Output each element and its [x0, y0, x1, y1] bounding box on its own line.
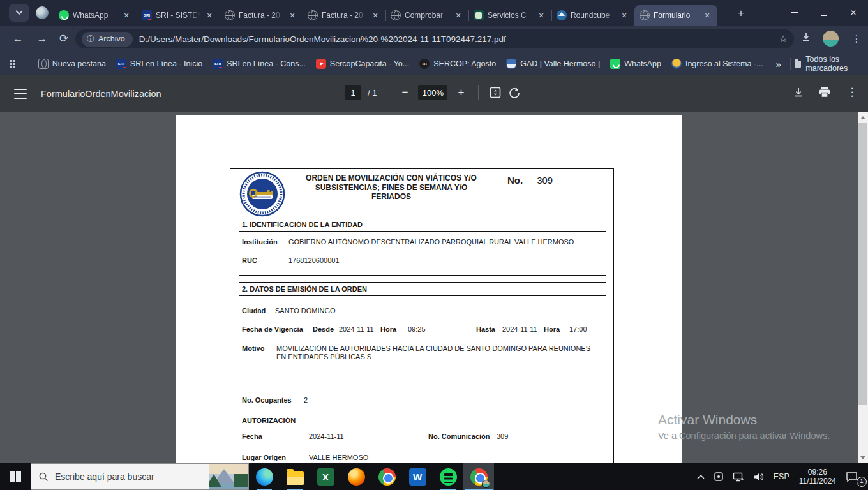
zoom-out-button[interactable]: −	[398, 86, 412, 99]
search-icon	[39, 472, 49, 482]
section-title: 1. IDENTIFICACIÓN DE LA ENTIDAD	[239, 218, 606, 232]
divider	[387, 85, 387, 100]
system-tray: ESP 09:26 11/11/2024 1	[692, 463, 868, 490]
taskbar-firefox[interactable]	[341, 463, 371, 490]
taskbar-spotify[interactable]	[433, 463, 463, 490]
bookmark-nueva-pestana[interactable]: Nueva pestaña	[33, 56, 111, 71]
tab-comprobar[interactable]: Comprobar ✕	[385, 5, 468, 26]
tray-expand-button[interactable]	[692, 463, 709, 490]
back-button[interactable]: ←	[10, 31, 26, 47]
notification-badge: 1	[857, 477, 867, 487]
tab-close-icon[interactable]: ✕	[536, 10, 546, 20]
scroll-down-arrow[interactable]	[860, 456, 865, 459]
windows-logo-icon	[10, 471, 21, 482]
zoom-in-button[interactable]: +	[454, 86, 468, 99]
bookmark-sri-consultas[interactable]: SRI SRI en Línea - Cons...	[207, 56, 311, 71]
tray-app-icon[interactable]	[709, 463, 728, 490]
tab-servicios[interactable]: Servicios C ✕	[468, 5, 551, 26]
tab-search-button[interactable]	[9, 4, 29, 22]
pdf-page-controls: / 1 − 100% +	[345, 85, 521, 100]
address-bar[interactable]: ⓘ Archivo D:/Users/Master/Downloads/Form…	[75, 29, 794, 48]
tab-close-icon[interactable]: ✕	[619, 10, 629, 20]
tab-factura-2[interactable]: Factura - 20 ✕	[303, 5, 385, 26]
scrollbar-thumb[interactable]	[858, 123, 867, 405]
tab-close-icon[interactable]: ✕	[287, 10, 297, 20]
taskbar-search[interactable]	[31, 463, 249, 490]
bookmark-sercopcapacita[interactable]: SercopCapacita - Yo...	[311, 56, 414, 71]
taskbar-chrome[interactable]	[371, 463, 402, 490]
fit-page-button[interactable]	[489, 86, 502, 99]
roundcube-icon	[557, 10, 567, 20]
tab-factura-1[interactable]: Factura - 20 ✕	[220, 5, 303, 26]
zoom-level[interactable]: 100%	[418, 85, 447, 100]
row-lugar-origen: Lugar Origen VALLE HERMOSO	[242, 454, 603, 462]
action-center-button[interactable]: 1	[841, 463, 868, 490]
pdf-download-button[interactable]	[793, 87, 804, 98]
taskbar-word[interactable]: W	[402, 463, 433, 490]
whatsapp-icon	[59, 10, 69, 20]
vertical-scrollbar[interactable]	[858, 112, 868, 463]
tab-close-icon[interactable]: ✕	[121, 10, 131, 20]
page-count: / 1	[368, 88, 377, 98]
rotate-button[interactable]	[508, 86, 521, 99]
taskbar: X W	[0, 463, 868, 490]
volume-icon	[753, 472, 765, 482]
address-toolbar: ← → ⟳ ⓘ Archivo D:/Users/Master/Download…	[0, 26, 868, 52]
bookmark-sri-inicio[interactable]: SRI SRI en Línea - Inicio	[111, 56, 207, 71]
page-number-input[interactable]	[345, 85, 361, 100]
scroll-up-arrow[interactable]	[860, 116, 865, 119]
download-icon	[800, 31, 812, 43]
taskbar-edge[interactable]	[249, 463, 280, 490]
file-scheme-chip[interactable]: ⓘ Archivo	[82, 32, 133, 47]
bookmark-ingreso-sistema[interactable]: Ingreso al Sistema -...	[666, 56, 768, 71]
bookmark-gad-valle-hermoso[interactable]: GAD | Valle Hermoso |	[501, 56, 605, 71]
tab-close-icon[interactable]: ✕	[453, 10, 463, 20]
clock[interactable]: 09:26 11/11/2024	[794, 463, 841, 490]
tab-whatsapp[interactable]: WhatsApp ✕	[54, 5, 137, 26]
tab-close-icon[interactable]: ✕	[702, 10, 712, 20]
volume-button[interactable]	[749, 463, 769, 490]
close-button[interactable]: ✕	[839, 0, 868, 26]
taskbar-file-explorer[interactable]	[280, 463, 310, 490]
pdf-menu-button[interactable]	[14, 89, 27, 99]
pdf-print-button[interactable]	[818, 86, 831, 98]
tab-formulario-active[interactable]: Formulario ✕	[634, 5, 717, 26]
divider	[790, 58, 791, 70]
file-explorer-icon	[287, 471, 304, 485]
pinned-tab[interactable]	[36, 6, 49, 19]
minimize-button[interactable]	[780, 0, 809, 26]
all-bookmarks[interactable]: Todos los marcadores	[786, 55, 862, 73]
tab-strip: WhatsApp ✕ SRI SRI - SISTEM ✕ Factura - …	[0, 0, 868, 26]
tab-close-icon[interactable]: ✕	[204, 10, 214, 20]
bookmark-sercop-agosto[interactable]: m SERCOP: Agosto	[414, 56, 501, 71]
downloads-button[interactable]	[800, 31, 816, 47]
url-text[interactable]: D:/Users/Master/Downloads/FormularioOrde…	[139, 34, 774, 44]
forward-button[interactable]: →	[34, 31, 50, 47]
bookmarks-overflow-button[interactable]: »	[770, 59, 786, 70]
search-input[interactable]	[55, 471, 176, 482]
language-indicator[interactable]: ESP	[769, 463, 794, 490]
document-header: ORDEN DE MOVILIZACIÓN CON VIÁTICOS Y/O S…	[230, 169, 613, 218]
reload-button[interactable]: ⟳	[56, 31, 71, 47]
globe-icon	[391, 10, 401, 20]
maximize-button[interactable]	[809, 0, 839, 26]
apps-grid-icon[interactable]	[10, 60, 16, 68]
search-highlight-image[interactable]	[209, 464, 248, 489]
sri-icon: SRI	[142, 10, 152, 20]
browser-menu-button[interactable]: ⋮	[849, 31, 864, 47]
taskbar-excel[interactable]: X	[310, 463, 341, 490]
chrome-icon	[378, 468, 396, 486]
taskbar-chrome-active[interactable]	[463, 463, 494, 490]
pdf-more-button[interactable]: ⋮	[845, 85, 859, 99]
new-tab-button[interactable]: +	[734, 6, 748, 20]
start-button[interactable]	[0, 463, 31, 490]
tab-sri-sistema[interactable]: SRI SRI - SISTEM ✕	[137, 5, 220, 26]
tab-roundcube[interactable]: Roundcube ✕	[551, 5, 634, 26]
chevron-down-icon	[15, 10, 23, 15]
download-icon	[793, 87, 804, 98]
network-button[interactable]	[728, 463, 749, 490]
profile-avatar[interactable]	[823, 31, 839, 47]
bookmark-star-icon[interactable]: ☆	[779, 33, 788, 45]
tab-close-icon[interactable]: ✕	[370, 10, 380, 20]
bookmark-whatsapp[interactable]: WhatsApp	[605, 56, 666, 71]
